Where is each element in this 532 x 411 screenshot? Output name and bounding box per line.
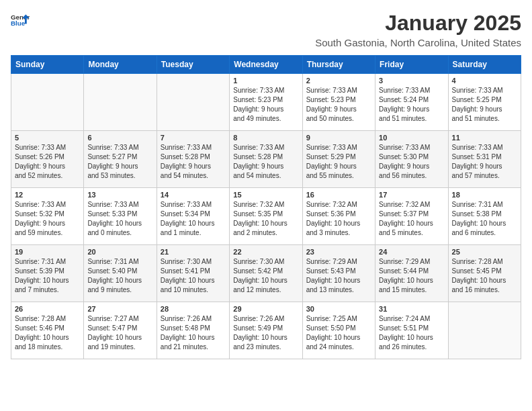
day-info: Sunrise: 7:33 AM Sunset: 5:23 PM Dayligh… [233, 86, 298, 124]
day-number: 10 [379, 134, 444, 142]
week-row-3: 12Sunrise: 7:33 AM Sunset: 5:32 PM Dayli… [11, 188, 521, 245]
day-info: Sunrise: 7:33 AM Sunset: 5:27 PM Dayligh… [87, 143, 152, 181]
day-number: 14 [161, 191, 226, 199]
day-number: 20 [87, 248, 152, 256]
day-info: Sunrise: 7:31 AM Sunset: 5:40 PM Dayligh… [87, 257, 152, 295]
calendar-cell: 13Sunrise: 7:33 AM Sunset: 5:33 PM Dayli… [84, 188, 157, 245]
day-number: 29 [233, 305, 298, 313]
logo-icon: General Blue [11, 11, 30, 30]
logo: General Blue [11, 11, 30, 30]
day-info: Sunrise: 7:28 AM Sunset: 5:45 PM Dayligh… [452, 257, 517, 295]
weekday-header-sunday: Sunday [11, 56, 84, 74]
day-number: 2 [306, 77, 371, 85]
calendar-cell: 31Sunrise: 7:24 AM Sunset: 5:51 PM Dayli… [375, 302, 448, 359]
calendar-cell: 14Sunrise: 7:33 AM Sunset: 5:34 PM Dayli… [157, 188, 229, 245]
calendar-cell: 9Sunrise: 7:33 AM Sunset: 5:29 PM Daylig… [302, 131, 375, 188]
calendar-cell: 4Sunrise: 7:33 AM Sunset: 5:25 PM Daylig… [448, 74, 521, 131]
calendar-cell: 29Sunrise: 7:26 AM Sunset: 5:49 PM Dayli… [230, 302, 302, 359]
calendar-cell: 12Sunrise: 7:33 AM Sunset: 5:32 PM Dayli… [11, 188, 84, 245]
day-info: Sunrise: 7:31 AM Sunset: 5:38 PM Dayligh… [452, 200, 517, 238]
day-number: 25 [452, 248, 517, 256]
day-info: Sunrise: 7:33 AM Sunset: 5:25 PM Dayligh… [452, 86, 517, 124]
day-number: 1 [233, 77, 298, 85]
weekday-header-monday: Monday [84, 56, 157, 74]
day-number: 30 [306, 305, 371, 313]
day-info: Sunrise: 7:30 AM Sunset: 5:41 PM Dayligh… [161, 257, 226, 295]
calendar-cell: 18Sunrise: 7:31 AM Sunset: 5:38 PM Dayli… [448, 188, 521, 245]
calendar-body: 1Sunrise: 7:33 AM Sunset: 5:23 PM Daylig… [11, 74, 521, 359]
calendar-cell [448, 302, 521, 359]
day-number: 21 [161, 248, 226, 256]
day-info: Sunrise: 7:33 AM Sunset: 5:32 PM Dayligh… [15, 200, 80, 238]
day-info: Sunrise: 7:33 AM Sunset: 5:28 PM Dayligh… [233, 143, 298, 181]
day-info: Sunrise: 7:33 AM Sunset: 5:28 PM Dayligh… [161, 143, 226, 181]
day-number: 15 [233, 191, 298, 199]
day-number: 7 [161, 134, 226, 142]
week-row-4: 19Sunrise: 7:31 AM Sunset: 5:39 PM Dayli… [11, 245, 521, 302]
day-number: 26 [15, 305, 80, 313]
weekday-header-tuesday: Tuesday [157, 56, 229, 74]
calendar-cell: 28Sunrise: 7:26 AM Sunset: 5:48 PM Dayli… [157, 302, 229, 359]
day-info: Sunrise: 7:33 AM Sunset: 5:23 PM Dayligh… [306, 86, 371, 124]
day-number: 9 [306, 134, 371, 142]
location-title: South Gastonia, North Carolina, United S… [315, 37, 521, 48]
calendar-cell: 25Sunrise: 7:28 AM Sunset: 5:45 PM Dayli… [448, 245, 521, 302]
week-row-5: 26Sunrise: 7:28 AM Sunset: 5:46 PM Dayli… [11, 302, 521, 359]
calendar-cell [84, 74, 157, 131]
day-info: Sunrise: 7:32 AM Sunset: 5:35 PM Dayligh… [233, 200, 298, 238]
day-info: Sunrise: 7:33 AM Sunset: 5:29 PM Dayligh… [306, 143, 371, 181]
day-info: Sunrise: 7:31 AM Sunset: 5:39 PM Dayligh… [15, 257, 80, 295]
day-info: Sunrise: 7:24 AM Sunset: 5:51 PM Dayligh… [379, 314, 444, 352]
day-info: Sunrise: 7:29 AM Sunset: 5:44 PM Dayligh… [379, 257, 444, 295]
calendar: SundayMondayTuesdayWednesdayThursdayFrid… [11, 55, 521, 359]
calendar-cell: 10Sunrise: 7:33 AM Sunset: 5:30 PM Dayli… [375, 131, 448, 188]
day-info: Sunrise: 7:25 AM Sunset: 5:50 PM Dayligh… [306, 314, 371, 352]
weekday-header-wednesday: Wednesday [230, 56, 302, 74]
title-area: January 2025 South Gastonia, North Carol… [315, 11, 521, 48]
calendar-cell: 22Sunrise: 7:30 AM Sunset: 5:42 PM Dayli… [230, 245, 302, 302]
calendar-cell: 6Sunrise: 7:33 AM Sunset: 5:27 PM Daylig… [84, 131, 157, 188]
calendar-cell: 27Sunrise: 7:27 AM Sunset: 5:47 PM Dayli… [84, 302, 157, 359]
day-info: Sunrise: 7:26 AM Sunset: 5:49 PM Dayligh… [233, 314, 298, 352]
day-number: 18 [452, 191, 517, 199]
day-number: 31 [379, 305, 444, 313]
calendar-cell: 7Sunrise: 7:33 AM Sunset: 5:28 PM Daylig… [157, 131, 229, 188]
day-info: Sunrise: 7:33 AM Sunset: 5:31 PM Dayligh… [452, 143, 517, 181]
day-info: Sunrise: 7:33 AM Sunset: 5:24 PM Dayligh… [379, 86, 444, 124]
day-number: 12 [15, 191, 80, 199]
weekday-header-saturday: Saturday [448, 56, 521, 74]
weekday-row: SundayMondayTuesdayWednesdayThursdayFrid… [11, 56, 521, 74]
day-number: 22 [233, 248, 298, 256]
day-info: Sunrise: 7:32 AM Sunset: 5:36 PM Dayligh… [306, 200, 371, 238]
calendar-cell: 16Sunrise: 7:32 AM Sunset: 5:36 PM Dayli… [302, 188, 375, 245]
calendar-cell: 17Sunrise: 7:32 AM Sunset: 5:37 PM Dayli… [375, 188, 448, 245]
day-info: Sunrise: 7:32 AM Sunset: 5:37 PM Dayligh… [379, 200, 444, 238]
day-info: Sunrise: 7:33 AM Sunset: 5:26 PM Dayligh… [15, 143, 80, 181]
day-info: Sunrise: 7:26 AM Sunset: 5:48 PM Dayligh… [161, 314, 226, 352]
weekday-header-friday: Friday [375, 56, 448, 74]
calendar-cell: 8Sunrise: 7:33 AM Sunset: 5:28 PM Daylig… [230, 131, 302, 188]
svg-text:Blue: Blue [11, 19, 26, 27]
day-info: Sunrise: 7:33 AM Sunset: 5:34 PM Dayligh… [161, 200, 226, 238]
calendar-cell: 21Sunrise: 7:30 AM Sunset: 5:41 PM Dayli… [157, 245, 229, 302]
day-info: Sunrise: 7:27 AM Sunset: 5:47 PM Dayligh… [87, 314, 152, 352]
day-info: Sunrise: 7:28 AM Sunset: 5:46 PM Dayligh… [15, 314, 80, 352]
week-row-1: 1Sunrise: 7:33 AM Sunset: 5:23 PM Daylig… [11, 74, 521, 131]
day-number: 11 [452, 134, 517, 142]
day-number: 8 [233, 134, 298, 142]
day-number: 5 [15, 134, 80, 142]
day-number: 27 [87, 305, 152, 313]
week-row-2: 5Sunrise: 7:33 AM Sunset: 5:26 PM Daylig… [11, 131, 521, 188]
day-number: 24 [379, 248, 444, 256]
calendar-cell: 5Sunrise: 7:33 AM Sunset: 5:26 PM Daylig… [11, 131, 84, 188]
day-number: 6 [87, 134, 152, 142]
day-number: 16 [306, 191, 371, 199]
calendar-cell: 26Sunrise: 7:28 AM Sunset: 5:46 PM Dayli… [11, 302, 84, 359]
header: General Blue January 2025 South Gastonia… [11, 11, 521, 48]
calendar-cell: 19Sunrise: 7:31 AM Sunset: 5:39 PM Dayli… [11, 245, 84, 302]
day-number: 17 [379, 191, 444, 199]
calendar-cell: 23Sunrise: 7:29 AM Sunset: 5:43 PM Dayli… [302, 245, 375, 302]
day-info: Sunrise: 7:29 AM Sunset: 5:43 PM Dayligh… [306, 257, 371, 295]
day-number: 23 [306, 248, 371, 256]
calendar-cell: 3Sunrise: 7:33 AM Sunset: 5:24 PM Daylig… [375, 74, 448, 131]
